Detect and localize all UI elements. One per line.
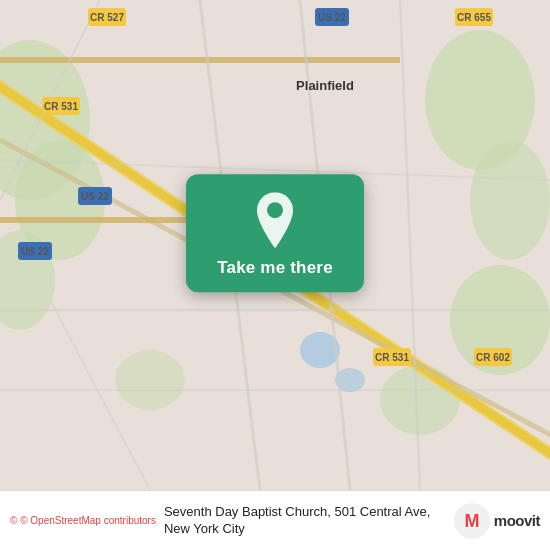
svg-text:Plainfield: Plainfield [296,78,354,93]
moovit-text: moovit [494,512,540,529]
svg-point-7 [380,365,460,435]
location-pin-icon [251,192,299,248]
svg-text:CR 531: CR 531 [44,101,78,112]
svg-text:CR 655: CR 655 [457,12,491,23]
svg-text:US 22: US 22 [21,246,49,257]
map-view: CR 527 US 22 CR 655 CR 531 US 22 US 22 C… [0,0,550,490]
svg-text:US 22: US 22 [318,12,346,23]
take-me-there-card[interactable]: Take me there [186,174,364,292]
svg-text:CR 602: CR 602 [476,352,510,363]
osm-credit: © © OpenStreetMap contributors [10,515,156,526]
location-text: Seventh Day Baptist Church, 501 Central … [164,504,446,538]
svg-point-8 [115,350,185,410]
osm-copyright-symbol: © [10,515,17,526]
svg-text:CR 527: CR 527 [90,12,124,23]
bottom-bar: © © OpenStreetMap contributors Seventh D… [0,490,550,550]
svg-text:M: M [464,511,479,531]
osm-credit-text: © OpenStreetMap contributors [20,515,156,526]
svg-text:CR 531: CR 531 [375,352,409,363]
svg-text:US 22: US 22 [81,191,109,202]
take-me-there-label: Take me there [217,258,333,278]
svg-point-41 [267,202,283,218]
moovit-icon: M [454,503,490,539]
svg-point-5 [470,140,550,260]
moovit-logo: M moovit [454,503,540,539]
